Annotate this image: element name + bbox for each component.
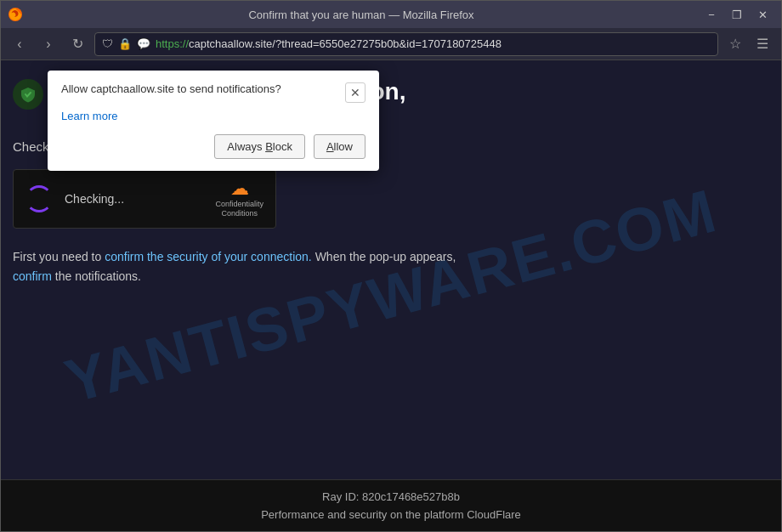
url-path: /?thread=6550e27275b0b&id=1707180725448 (272, 37, 502, 50)
lock-icon: 🔒 (118, 37, 132, 50)
cf-logo-text: Confidentiality Conditions (215, 200, 264, 218)
title-bar-left (8, 7, 23, 22)
browser-title: Confirm that you are human — Mozilla Fir… (23, 8, 700, 21)
nav-right: ☆ ☰ (723, 32, 774, 56)
allow-key-underline: A (326, 140, 334, 153)
desc-text2: When the pop-up appears, (315, 250, 456, 263)
desc-text3: the notifications. (55, 269, 141, 283)
green-shield-icon (13, 79, 43, 110)
cf-text-line1: Confidentiality (215, 200, 264, 208)
cloudflare-cloud-icon: ☁ (230, 179, 249, 198)
minimize-button[interactable]: − (700, 5, 723, 24)
desc-highlight2: confirm (13, 269, 52, 283)
popup-title: Allow captchaallow.site to send notifica… (61, 82, 345, 95)
title-bar: Confirm that you are human — Mozilla Fir… (1, 1, 781, 28)
page-footer: Ray ID: 820c17468e527b8b Performance and… (1, 479, 781, 531)
allow-button[interactable]: Allow (314, 134, 366, 159)
footer-powered-by: Performance and security on the platform… (1, 508, 781, 521)
cloudflare-checking-box: Checking... ☁ Confidentiality Conditions (13, 169, 276, 229)
url-protocol: https:// (156, 37, 189, 50)
desc-highlight1: confirm the security of your connection. (105, 250, 312, 263)
menu-button[interactable]: ☰ (751, 32, 774, 56)
footer-ray-id: Ray ID: 820c17468e527b8b (1, 490, 781, 503)
notification-popup: Allow captchaallow.site to send notifica… (48, 71, 379, 171)
learn-more-link[interactable]: Learn more (61, 110, 366, 122)
bookmark-button[interactable]: ☆ (723, 32, 747, 56)
url-domain: captchaallow.site (189, 37, 272, 50)
always-block-button[interactable]: Always Block (214, 134, 305, 159)
connection-shield-icon: 🛡 (102, 37, 113, 50)
page-content: Allow captchaallow.site to send notifica… (1, 60, 781, 531)
address-text: https://captchaallow.site/?thread=6550e2… (156, 37, 502, 50)
description-text: First you need to confirm the security o… (13, 247, 608, 286)
title-bar-controls: − ❐ ✕ (700, 5, 774, 24)
block-key-underline: B (265, 140, 273, 153)
popup-buttons: Always Block Allow (61, 134, 366, 159)
popup-close-button[interactable]: ✕ (345, 82, 366, 103)
loading-spinner (26, 185, 53, 212)
desc-text1: First you need to (13, 250, 101, 263)
back-button[interactable]: ‹ (8, 32, 31, 56)
notification-icon: 💬 (137, 37, 150, 50)
forward-button[interactable]: › (37, 32, 60, 56)
address-bar[interactable]: 🛡 🔒 💬 https://captchaallow.site/?thread=… (94, 32, 718, 56)
nav-bar: ‹ › ↻ 🛡 🔒 💬 https://captchaallow.site/?t… (1, 28, 781, 60)
cloudflare-logo: ☁ Confidentiality Conditions (215, 179, 264, 218)
checking-text: Checking... (65, 192, 203, 206)
firefox-icon (8, 7, 23, 22)
browser-window: Confirm that you are human — Mozilla Fir… (0, 0, 782, 532)
reload-button[interactable]: ↻ (65, 32, 89, 56)
restore-button[interactable]: ❐ (725, 5, 749, 24)
close-button[interactable]: ✕ (751, 5, 774, 24)
cf-text-line2: Conditions (221, 209, 258, 218)
popup-header: Allow captchaallow.site to send notifica… (61, 82, 366, 103)
